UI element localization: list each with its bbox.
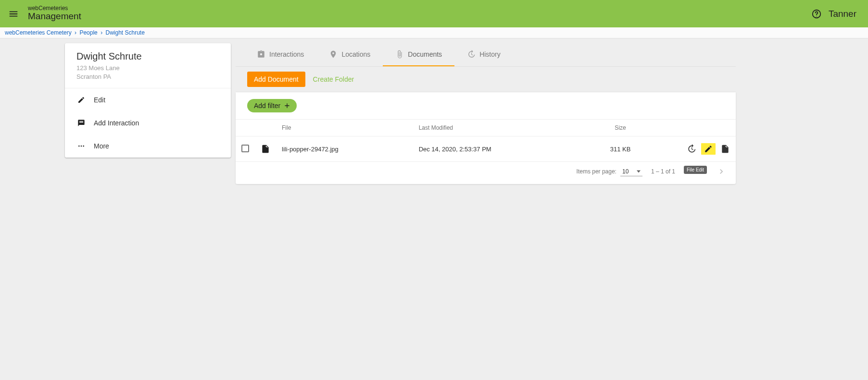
breadcrumb-item-2[interactable]: Dwight Schrute [105,29,144,36]
add-document-button[interactable]: Add Document [247,72,305,87]
history-icon [467,50,476,59]
col-file[interactable]: File [276,120,413,136]
add-interaction-label: Add Interaction [94,119,139,127]
row-edit-button[interactable] [701,143,716,155]
file-edit-tooltip: File Edit [684,166,707,174]
size-cell: 311 KB [582,136,659,162]
pencil-icon [76,95,86,105]
row-document-icon[interactable] [720,144,730,154]
more-icon [76,141,86,151]
tab-history[interactable]: History [454,43,513,66]
items-per-page-label: Items per page: [577,168,616,175]
more-label: More [94,142,109,150]
app-header: webCemeteries Management Tanner [0,0,868,27]
create-folder-link[interactable]: Create Folder [313,75,354,83]
items-per-page: Items per page: 10 [577,167,642,176]
edit-action[interactable]: Edit [65,88,231,111]
tab-documents[interactable]: Documents [383,43,454,66]
breadcrumb-item-1[interactable]: People [79,29,97,36]
tab-interactions[interactable]: Interactions [244,43,316,66]
person-address-1: 123 Moes Lane [76,64,219,73]
col-last-modified[interactable]: Last Modified [413,120,582,136]
col-size[interactable]: Size [582,120,659,136]
user-name[interactable]: Tanner [829,9,856,19]
documents-table: File Last Modified Size [236,119,736,162]
person-name: Dwight Schrute [76,51,219,62]
person-address-2: Scranton PA [76,73,219,81]
table-row[interactable]: lili-popper-29472.jpg Dec 14, 2020, 2:53… [236,136,736,162]
tab-locations[interactable]: Locations [316,43,383,66]
row-history-icon[interactable] [687,144,696,154]
filter-row: Add filter [236,92,736,119]
pagination-range: 1 – 1 of 1 [651,168,675,175]
last-modified-cell: Dec 14, 2020, 2:53:37 PM [413,136,582,162]
person-card: Dwight Schrute 123 Moes Lane Scranton PA… [65,43,231,158]
menu-icon[interactable] [8,8,19,20]
documents-content: Add filter File Last Modified Size [236,92,736,184]
app-subtitle: webCemeteries [28,5,811,11]
tab-bar: Interactions Locations Documents History [236,43,736,67]
breadcrumb-item-0[interactable]: webCemeteries Cemetery [5,29,72,36]
more-action[interactable]: More [65,135,231,158]
app-titles: webCemeteries Management [28,5,811,22]
clipboard-icon [257,50,265,59]
add-filter-chip[interactable]: Add filter [247,99,297,112]
file-icon [261,144,270,154]
file-name-cell: lili-popper-29472.jpg [276,136,413,162]
add-interaction-action[interactable]: Add Interaction [65,111,231,135]
svg-point-1 [816,15,817,16]
pagination: Items per page: 10 1 – 1 of 1 File Edit [236,162,736,179]
chat-icon [76,118,86,128]
svg-point-2 [78,146,80,147]
attachment-icon [395,50,404,59]
next-page-icon[interactable] [717,167,726,176]
documents-toolbar: Add Document Create Folder [236,67,736,92]
items-per-page-select[interactable]: 10 [620,167,642,176]
svg-point-4 [83,146,84,147]
help-icon[interactable] [811,9,822,19]
app-title: Management [28,11,811,22]
row-actions [665,143,730,155]
location-icon [329,50,338,59]
main-panel: Interactions Locations Documents History [236,43,736,184]
breadcrumb: webCemeteries Cemetery › People › Dwight… [0,27,868,38]
plus-icon [283,102,291,110]
svg-point-3 [81,146,82,147]
edit-label: Edit [94,96,105,104]
row-checkbox[interactable] [241,145,249,152]
